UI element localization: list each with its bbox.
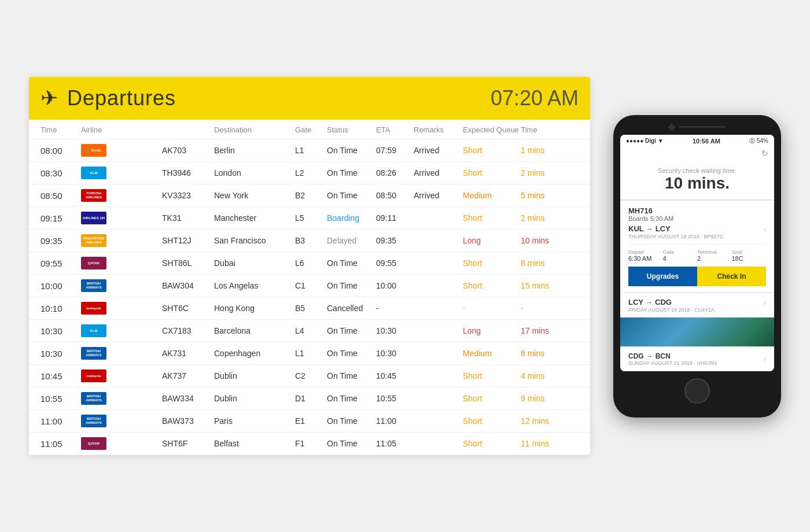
board-header-left: ✈ Departures xyxy=(41,86,176,110)
airline-logo: KLM xyxy=(81,324,106,337)
cell-queue: Short xyxy=(463,213,521,223)
cell-flight: BAW373 xyxy=(162,416,214,426)
flights-list: 08:00 🐦 firefly AK703 Berlin L1 On Time … xyxy=(29,139,590,455)
flight-boards: Boards 5:30 AM xyxy=(628,215,673,222)
col-time: Time xyxy=(41,125,81,134)
refresh-icon[interactable]: ↻ xyxy=(761,149,768,158)
cell-destination: Dubai xyxy=(214,258,295,268)
cell-flight: SHT86L xyxy=(162,258,214,268)
table-row: 09:55 QATAR SHT86L Dubai L6 On Time 09:5… xyxy=(29,252,590,275)
cell-destination: Hong Kong xyxy=(214,304,295,313)
cell-eta: 07:59 xyxy=(376,146,414,155)
cell-queue: Short xyxy=(463,439,521,448)
col-remarks: Remarks xyxy=(414,125,463,134)
cell-flight: TK31 xyxy=(162,213,214,223)
cell-eta: 10:55 xyxy=(376,394,414,403)
flight-details-grid: Depart 6:30 AM Gate 4 Terminal 2 Seat 18… xyxy=(628,244,766,262)
route-arrow: → xyxy=(646,225,653,233)
table-row: 09:35 SINGAPORE AIRLINES SHT12J San Fran… xyxy=(29,230,590,252)
cell-gate: E1 xyxy=(295,416,327,426)
flight-info-top: MH716 Boards 5:30 AM xyxy=(628,206,766,222)
cell-gate: L5 xyxy=(295,213,327,223)
col-queue: Expected Queue Time xyxy=(463,125,573,134)
seat-label: Seat xyxy=(732,249,767,255)
col-gate: Gate xyxy=(295,125,327,134)
cell-gate: F1 xyxy=(295,439,327,448)
security-time: 10 mins. xyxy=(628,174,766,193)
table-row: 10:00 BRITISH AIRWAYS BAW304 Los Angelas… xyxy=(29,275,590,297)
col-flight xyxy=(162,125,214,134)
chevron-right-icon[interactable]: › xyxy=(763,224,766,234)
col-airline: Airline xyxy=(81,125,162,134)
cell-airline: KLM xyxy=(81,167,162,179)
chevron-right-3-icon[interactable]: › xyxy=(763,354,766,364)
cell-airline: SINGAPORE AIRLINES xyxy=(81,234,162,247)
col-status: Status xyxy=(327,125,376,134)
cell-airline: TURKISH AIRLINES xyxy=(81,189,162,202)
phone-battery: ⓪ 54% xyxy=(749,137,768,145)
cell-mins: 9 mins xyxy=(521,394,573,403)
cell-gate: B3 xyxy=(295,236,327,245)
checkin-button[interactable]: Check In xyxy=(697,267,766,286)
airline-logo: BRITISH AIRWAYS xyxy=(81,392,106,405)
departures-title: Departures xyxy=(67,86,176,110)
gate-value: 4 xyxy=(663,255,698,262)
cell-destination: Belfast xyxy=(214,439,295,448)
column-headers: Time Airline Destination Gate Status ETA… xyxy=(29,120,590,139)
flight-2-route-row: LCY → CDG xyxy=(628,298,672,306)
airline-logo: BRITISH AIRWAYS xyxy=(81,415,106,427)
flight-3-to: BCN xyxy=(656,352,671,360)
cell-eta: - xyxy=(376,304,414,313)
flight-route-row: KUL → LCY xyxy=(628,224,671,233)
cell-eta: 08:50 xyxy=(376,191,414,200)
cell-gate: L1 xyxy=(295,349,327,358)
cell-airline: KLM xyxy=(81,324,162,337)
flight-2-to: CDG xyxy=(655,298,672,306)
cell-status: On Time xyxy=(327,168,376,178)
airline-logo: malaysia xyxy=(81,370,106,382)
board-time: 07:20 AM xyxy=(491,86,579,110)
flight-2-date: FRIDAY AUGUST 19 2018 · CU4Y2A xyxy=(628,307,766,313)
cell-remarks: Arrived xyxy=(414,146,463,155)
chevron-right-2-icon[interactable]: › xyxy=(763,298,766,307)
cell-eta: 08:26 xyxy=(376,168,414,178)
flight-number: MH716 xyxy=(628,206,673,215)
cell-destination: Paris xyxy=(214,416,295,426)
cell-gate: L2 xyxy=(295,168,327,178)
cell-time: 09:35 xyxy=(41,236,81,246)
detail-terminal: Terminal 2 xyxy=(697,249,732,262)
cell-status: Delayed xyxy=(327,236,376,245)
cell-queue: Medium xyxy=(463,191,521,200)
cell-status: Boarding xyxy=(327,213,376,223)
cell-flight: SHT12J xyxy=(162,236,214,245)
route-to: LCY xyxy=(656,224,671,233)
table-row: 10:30 BRITISH AIRWAYS AK731 Copenhagen L… xyxy=(29,342,590,365)
carrier-text: ●●●●● Digi ▼ xyxy=(626,138,664,144)
cell-queue: - xyxy=(463,304,521,313)
cell-gate: L4 xyxy=(295,326,327,335)
airline-logo: 🐦 firefly xyxy=(81,144,106,157)
airline-logo: malaysia xyxy=(81,302,106,315)
cell-destination: Dublin xyxy=(214,371,295,380)
cell-flight: AK703 xyxy=(162,146,214,155)
cell-status: On Time xyxy=(327,349,376,358)
cell-destination: New York xyxy=(214,191,295,200)
phone-screen: ●●●●● Digi ▼ 10:56 AM ⓪ 54% ↻ Security c… xyxy=(620,135,774,371)
cell-destination: Berlin xyxy=(214,146,295,155)
table-row: 11:05 QATAR SHT6F Belfast F1 On Time 11:… xyxy=(29,433,590,455)
cell-eta: 11:05 xyxy=(376,439,414,448)
flight-card-3[interactable]: CDG → BCN SUNDAY AUGUST 21 2018 · UH9J5N… xyxy=(620,348,774,371)
cell-time: 09:15 xyxy=(41,213,81,223)
cell-mins: 12 mins xyxy=(521,416,573,426)
cell-queue: Short xyxy=(463,281,521,290)
cell-flight: CX7183 xyxy=(162,326,214,335)
table-row: 10:10 malaysia SHT6C Hong Kong B5 Cancel… xyxy=(29,297,590,320)
cell-time: 09:55 xyxy=(41,258,81,268)
main-flight-card[interactable]: MH716 Boards 5:30 AM KUL → LCY › THURSDA… xyxy=(620,201,774,293)
phone-home-button[interactable] xyxy=(684,378,710,404)
cell-queue: Short xyxy=(463,394,521,403)
airline-logo: TURKISH AIRLINES xyxy=(81,189,106,202)
cell-time: 08:50 xyxy=(41,191,81,201)
upgrades-button[interactable]: Upgrades xyxy=(628,267,697,286)
flight-card-2[interactable]: LCY → CDG › FRIDAY AUGUST 19 2018 · CU4Y… xyxy=(620,293,774,347)
